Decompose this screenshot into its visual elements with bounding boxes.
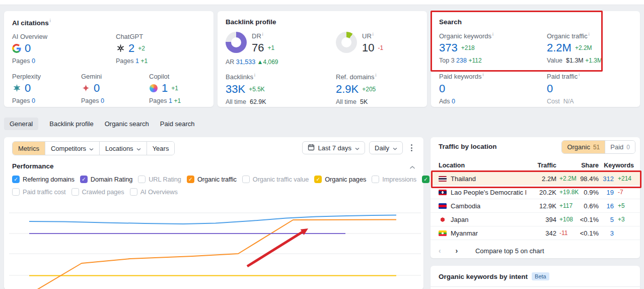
series-organic-traffic [37,220,396,289]
info-icon[interactable]: i [50,18,51,23]
beta-badge: Beta [532,272,549,280]
checked-checkbox-icon: ✓ [314,176,322,183]
location-row-cambodia[interactable]: Cambodia12.9K+1170.6%16+5 [431,199,640,213]
checkbox-organic-traffic-value[interactable]: Organic traffic value [242,176,309,183]
traffic-value: 2.2M [526,175,556,183]
keywords-delta: +5 [614,202,634,209]
search-card: Search Organic keywordsi 373+218 Top 3 2… [431,11,640,107]
ai-citations-title: AI citationsi [12,18,205,27]
checkbox-impressions[interactable]: Impressions [372,176,416,183]
checked-checkbox-icon: ✓ [80,176,88,183]
tab-organic-search[interactable]: Organic search [105,118,149,130]
paid-toggle[interactable]: Paid0 [605,141,635,153]
unchecked-checkbox-icon [138,176,146,183]
years-button[interactable]: Years [147,142,175,155]
organic-paid-toggle: Organic51 Paid0 [561,140,635,154]
chart-filter-group: Metrics Competitors Locations Years [12,141,175,155]
divider [431,286,640,287]
gemini-block: Gemini 0 Pages 0 [81,73,149,104]
traffic-by-location-title: Traffic by location [439,143,497,150]
location-pagination: ‹ › Compare top 5 on chart [439,243,544,258]
checked-checkbox-icon: ✓ [422,176,430,183]
checkbox-organic-traffic[interactable]: ✓Organic traffic [187,176,237,183]
checkbox-domain-rating[interactable]: ✓Domain Rating [80,176,132,183]
checkbox-referring-domains[interactable]: ✓Referring domains [12,176,75,183]
checkbox-ai-overviews[interactable]: AI Overviews [130,188,178,196]
keywords-by-intent-panel: Organic keywords by intent Beta [431,266,640,289]
backlinks-block: Backlinksi 33K+5.5K All time 62.9K [226,73,336,105]
checkbox-organic-pages[interactable]: ✓Organic pages [314,176,366,183]
perplexity-block: Perplexity 0 Pages 0 [12,73,81,104]
keywords-delta: +214 [614,175,634,182]
location-name-cell: Japan [439,216,526,223]
unchecked-checkbox-icon [12,188,20,196]
flag-thailand-icon [439,176,447,182]
keywords-value: 19 [599,189,614,196]
gemini-icon [81,84,90,93]
paid-keywords-block: Paid keywordsi 0 Ads 0 [439,72,547,104]
traffic-value: 12.9K [526,202,556,210]
unchecked-checkbox-icon [130,188,137,196]
tab-backlink-profile[interactable]: Backlink profile [49,118,93,130]
performance-title: Performance [12,162,54,170]
flag-myanmar-icon [439,230,447,236]
chevron-down-icon [355,144,360,152]
tab-paid-search[interactable]: Paid search [160,118,195,130]
collapse-chevron-up-icon[interactable] [409,163,415,171]
annotation-arrow-line [247,231,304,266]
perplexity-icon [12,84,21,93]
domain-rating-block: DRi 76+1 AR 31,533 ▲4,069 [226,32,336,66]
share-value: <0.1% [577,229,599,237]
organic-keywords-block: Organic keywordsi 373+218 Top 3 238 +112 [439,32,547,64]
location-name-cell: Thailand [439,175,526,183]
keywords-value: 3 [599,229,614,237]
keywords-delta: +3 [614,216,634,223]
granularity-button[interactable]: Daily [369,141,403,154]
chevron-down-icon [89,145,94,152]
chevron-down-icon [136,145,141,152]
checkbox-url-rating[interactable]: URL Rating [138,176,181,183]
traffic-delta: -11 [556,229,577,237]
traffic-delta: +108 [556,216,577,223]
traffic-delta: +19.8K [556,189,577,196]
performance-chart [4,199,423,289]
checkbox-paid-traffic-cost[interactable]: Paid traffic cost [12,188,66,196]
checkbox-row-1: ✓Referring domains✓Domain RatingURL Rati… [12,176,462,183]
locations-button[interactable]: Locations [100,142,147,155]
location-row-myanmar[interactable]: Myanmar342-11<0.1%3 [431,226,640,240]
checked-checkbox-icon: ✓ [187,176,194,183]
checkbox-crawled-pages[interactable]: Crawled pages [71,188,124,196]
chatgpt-icon [116,44,125,53]
traffic-delta: +2.2M [556,175,577,182]
tabs: GeneralBacklink profileOrganic searchPai… [4,117,195,130]
location-row-japan[interactable]: Japan394+108<0.1%5+3 [431,213,640,226]
keywords-by-intent-title: Organic keywords by intent [439,273,528,280]
location-rows: Thailand2.2M+2.2M98.4%312+214Lao People'… [431,172,640,240]
flag-cambodia-icon [439,203,447,209]
ur-donut-chart [336,32,357,53]
calendar-icon [308,144,315,152]
flag-laos-icon [439,190,447,195]
copilot-icon [149,84,158,93]
next-page-icon[interactable]: › [455,247,459,255]
chatgpt-block: ChatGPT 2 +2 Pages 1 +1 [116,33,148,65]
keywords-value: 312 [599,175,614,183]
location-name-cell: Myanmar [439,229,526,237]
date-range-button[interactable]: Last 7 days [302,141,366,154]
traffic-value: 20.2K [526,189,556,196]
checked-checkbox-icon: ✓ [12,176,20,183]
share-value: 0.6% [577,202,599,210]
more-options-kebab-icon[interactable] [407,141,416,154]
ref-domains-block: Ref. domainsi 2.9K+205 All time 5K [336,73,376,105]
prev-page-icon[interactable]: ‹ [439,247,442,255]
location-row-thailand[interactable]: Thailand2.2M+2.2M98.4%312+214 [431,172,640,186]
backlink-profile-card: Backlink profile DRi 76+1 AR 31,533 ▲4,0… [218,11,427,107]
compare-top5-link[interactable]: Compare top 5 on chart [475,247,544,255]
organic-toggle[interactable]: Organic51 [562,141,605,153]
metrics-button[interactable]: Metrics [13,142,45,155]
competitors-button[interactable]: Competitors [45,142,100,155]
unchecked-checkbox-icon [71,188,79,196]
tab-general[interactable]: General [4,118,38,130]
share-value: 0.9% [577,189,599,196]
location-row-lao-people-s-democratic-reput[interactable]: Lao People's Democratic Reput20.2K+19.8K… [431,186,640,199]
